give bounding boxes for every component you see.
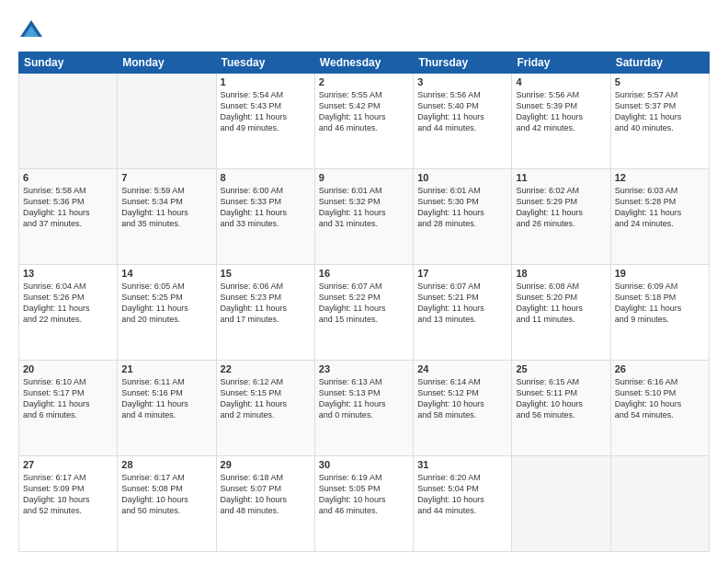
day-cell: 11Sunrise: 6:02 AM Sunset: 5:29 PM Dayli… (512, 169, 610, 265)
day-number: 28 (121, 459, 211, 470)
day-cell: 13Sunrise: 6:04 AM Sunset: 5:26 PM Dayli… (19, 265, 118, 361)
day-info: Sunrise: 6:14 AM Sunset: 5:12 PM Dayligh… (417, 376, 507, 421)
day-info: Sunrise: 5:55 AM Sunset: 5:42 PM Dayligh… (319, 89, 409, 134)
day-number: 2 (319, 76, 409, 87)
day-info: Sunrise: 6:01 AM Sunset: 5:30 PM Dayligh… (417, 185, 507, 230)
day-cell: 17Sunrise: 6:07 AM Sunset: 5:21 PM Dayli… (414, 265, 512, 361)
calendar-page: SundayMondayTuesdayWednesdayThursdayFrid… (0, 0, 728, 563)
day-cell: 3Sunrise: 5:56 AM Sunset: 5:40 PM Daylig… (414, 74, 512, 169)
day-info: Sunrise: 6:08 AM Sunset: 5:20 PM Dayligh… (516, 281, 606, 326)
day-number: 30 (319, 459, 409, 470)
day-cell: 16Sunrise: 6:07 AM Sunset: 5:22 PM Dayli… (314, 265, 413, 361)
day-cell: 24Sunrise: 6:14 AM Sunset: 5:12 PM Dayli… (414, 361, 512, 456)
day-number: 19 (615, 268, 705, 279)
week-row-2: 6Sunrise: 5:58 AM Sunset: 5:36 PM Daylig… (19, 169, 710, 265)
day-cell: 9Sunrise: 6:01 AM Sunset: 5:32 PM Daylig… (314, 169, 413, 265)
day-number: 29 (221, 459, 311, 470)
day-cell: 31Sunrise: 6:20 AM Sunset: 5:04 PM Dayli… (414, 456, 512, 552)
day-number: 4 (516, 76, 606, 87)
day-cell: 10Sunrise: 6:01 AM Sunset: 5:30 PM Dayli… (414, 169, 512, 265)
day-number: 21 (121, 363, 211, 374)
week-row-3: 13Sunrise: 6:04 AM Sunset: 5:26 PM Dayli… (19, 265, 710, 361)
day-cell: 22Sunrise: 6:12 AM Sunset: 5:15 PM Dayli… (216, 361, 314, 456)
day-number: 25 (516, 363, 606, 374)
day-number: 6 (23, 172, 113, 183)
day-info: Sunrise: 6:04 AM Sunset: 5:26 PM Dayligh… (23, 281, 113, 326)
weekday-tuesday: Tuesday (216, 52, 314, 74)
day-number: 12 (615, 172, 705, 183)
day-number: 18 (516, 268, 606, 279)
day-info: Sunrise: 6:12 AM Sunset: 5:15 PM Dayligh… (221, 376, 311, 421)
day-info: Sunrise: 6:05 AM Sunset: 5:25 PM Dayligh… (121, 281, 211, 326)
day-cell: 27Sunrise: 6:17 AM Sunset: 5:09 PM Dayli… (19, 456, 118, 552)
day-info: Sunrise: 6:06 AM Sunset: 5:23 PM Dayligh… (221, 281, 311, 326)
weekday-wednesday: Wednesday (314, 52, 413, 74)
day-number: 7 (121, 172, 211, 183)
day-info: Sunrise: 6:17 AM Sunset: 5:09 PM Dayligh… (23, 472, 113, 517)
week-row-4: 20Sunrise: 6:10 AM Sunset: 5:17 PM Dayli… (19, 361, 710, 456)
day-number: 9 (319, 172, 409, 183)
day-info: Sunrise: 5:59 AM Sunset: 5:34 PM Dayligh… (121, 185, 211, 230)
day-info: Sunrise: 6:03 AM Sunset: 5:28 PM Dayligh… (615, 185, 705, 230)
day-number: 17 (417, 268, 507, 279)
day-number: 8 (221, 172, 311, 183)
day-info: Sunrise: 6:00 AM Sunset: 5:33 PM Dayligh… (221, 185, 311, 230)
day-info: Sunrise: 6:11 AM Sunset: 5:16 PM Dayligh… (121, 376, 211, 421)
day-cell: 19Sunrise: 6:09 AM Sunset: 5:18 PM Dayli… (610, 265, 709, 361)
day-cell: 15Sunrise: 6:06 AM Sunset: 5:23 PM Dayli… (216, 265, 314, 361)
day-info: Sunrise: 6:02 AM Sunset: 5:29 PM Dayligh… (516, 185, 606, 230)
week-row-1: 1Sunrise: 5:54 AM Sunset: 5:43 PM Daylig… (19, 74, 710, 169)
day-cell: 4Sunrise: 5:56 AM Sunset: 5:39 PM Daylig… (512, 74, 610, 169)
weekday-saturday: Saturday (610, 52, 709, 74)
weekday-friday: Friday (512, 52, 610, 74)
day-info: Sunrise: 6:17 AM Sunset: 5:08 PM Dayligh… (121, 472, 211, 517)
day-info: Sunrise: 5:54 AM Sunset: 5:43 PM Dayligh… (221, 89, 311, 134)
day-cell: 23Sunrise: 6:13 AM Sunset: 5:13 PM Dayli… (314, 361, 413, 456)
day-info: Sunrise: 6:09 AM Sunset: 5:18 PM Dayligh… (615, 281, 705, 326)
weekday-monday: Monday (118, 52, 216, 74)
day-info: Sunrise: 6:07 AM Sunset: 5:21 PM Dayligh… (417, 281, 507, 326)
day-cell: 21Sunrise: 6:11 AM Sunset: 5:16 PM Dayli… (118, 361, 216, 456)
day-info: Sunrise: 5:58 AM Sunset: 5:36 PM Dayligh… (23, 185, 113, 230)
day-number: 14 (121, 268, 211, 279)
day-info: Sunrise: 5:56 AM Sunset: 5:40 PM Dayligh… (417, 89, 507, 134)
day-cell: 12Sunrise: 6:03 AM Sunset: 5:28 PM Dayli… (610, 169, 709, 265)
day-number: 23 (319, 363, 409, 374)
day-cell: 8Sunrise: 6:00 AM Sunset: 5:33 PM Daylig… (216, 169, 314, 265)
day-cell (512, 456, 610, 552)
day-cell: 18Sunrise: 6:08 AM Sunset: 5:20 PM Dayli… (512, 265, 610, 361)
day-info: Sunrise: 5:56 AM Sunset: 5:39 PM Dayligh… (516, 89, 606, 134)
day-info: Sunrise: 6:19 AM Sunset: 5:05 PM Dayligh… (319, 472, 409, 517)
day-cell (610, 456, 709, 552)
day-cell: 5Sunrise: 5:57 AM Sunset: 5:37 PM Daylig… (610, 74, 709, 169)
day-number: 26 (615, 363, 705, 374)
day-number: 13 (23, 268, 113, 279)
week-row-5: 27Sunrise: 6:17 AM Sunset: 5:09 PM Dayli… (19, 456, 710, 552)
day-cell: 30Sunrise: 6:19 AM Sunset: 5:05 PM Dayli… (314, 456, 413, 552)
day-number: 27 (23, 459, 113, 470)
day-number: 24 (417, 363, 507, 374)
day-cell: 6Sunrise: 5:58 AM Sunset: 5:36 PM Daylig… (19, 169, 118, 265)
header (18, 15, 710, 44)
day-number: 22 (221, 363, 311, 374)
day-cell (118, 74, 216, 169)
day-info: Sunrise: 5:57 AM Sunset: 5:37 PM Dayligh… (615, 89, 705, 134)
day-number: 16 (319, 268, 409, 279)
day-cell: 7Sunrise: 5:59 AM Sunset: 5:34 PM Daylig… (118, 169, 216, 265)
weekday-thursday: Thursday (414, 52, 512, 74)
day-cell: 29Sunrise: 6:18 AM Sunset: 5:07 PM Dayli… (216, 456, 314, 552)
day-number: 1 (221, 76, 311, 87)
weekday-header-row: SundayMondayTuesdayWednesdayThursdayFrid… (19, 52, 710, 74)
logo-icon (18, 18, 44, 44)
day-info: Sunrise: 6:07 AM Sunset: 5:22 PM Dayligh… (319, 281, 409, 326)
day-cell: 1Sunrise: 5:54 AM Sunset: 5:43 PM Daylig… (216, 74, 314, 169)
day-number: 5 (615, 76, 705, 87)
day-info: Sunrise: 6:16 AM Sunset: 5:10 PM Dayligh… (615, 376, 705, 421)
day-cell: 20Sunrise: 6:10 AM Sunset: 5:17 PM Dayli… (19, 361, 118, 456)
day-info: Sunrise: 6:01 AM Sunset: 5:32 PM Dayligh… (319, 185, 409, 230)
day-number: 15 (221, 268, 311, 279)
logo (18, 18, 48, 44)
day-cell: 14Sunrise: 6:05 AM Sunset: 5:25 PM Dayli… (118, 265, 216, 361)
day-cell: 26Sunrise: 6:16 AM Sunset: 5:10 PM Dayli… (610, 361, 709, 456)
day-number: 31 (417, 459, 507, 470)
